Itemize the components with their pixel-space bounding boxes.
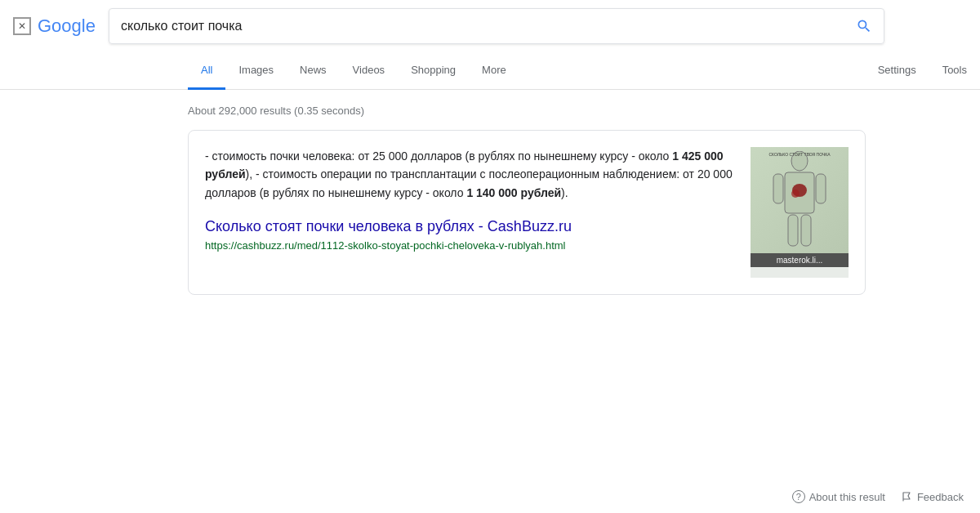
tab-settings[interactable]: Settings <box>865 52 929 90</box>
tab-news[interactable]: News <box>287 52 340 90</box>
snippet-text-1: - стоимость почки человека: от 25 000 до… <box>205 149 672 163</box>
nav-tabs: All Images News Videos Shopping More Set… <box>0 52 980 90</box>
tab-shopping[interactable]: Shopping <box>398 52 469 90</box>
svg-rect-6 <box>788 215 798 246</box>
snippet-image[interactable]: СКОЛЬКО СТОИТ ТВОЯ ПОЧКА masterok.li... <box>751 147 849 278</box>
snippet-card: - стоимость почки человека: от 25 000 до… <box>188 130 866 295</box>
snippet-url: https://cashbuzz.ru/med/1112-skolko-stoy… <box>205 239 565 252</box>
snippet-text-area: - стоимость почки человека: от 25 000 до… <box>205 147 737 278</box>
header: ✕ Google <box>0 0 980 52</box>
nav-right: Settings Tools <box>865 52 980 89</box>
snippet-body: - стоимость почки человека: от 25 000 до… <box>205 147 737 202</box>
search-button[interactable] <box>856 18 872 34</box>
tab-tools[interactable]: Tools <box>929 52 980 90</box>
results-area: About 292,000 results (0.35 seconds) - с… <box>0 90 980 316</box>
tab-images[interactable]: Images <box>225 52 287 90</box>
snippet-bold-2: 1 140 000 рублей <box>466 186 561 199</box>
svg-point-3 <box>791 190 800 198</box>
svg-rect-4 <box>773 174 783 203</box>
search-icon <box>856 18 872 34</box>
svg-rect-5 <box>816 174 826 203</box>
snippet-text-3: ). <box>561 186 568 199</box>
svg-text:СКОЛЬКО СТОИТ ТВОЯ ПОЧКА: СКОЛЬКО СТОИТ ТВОЯ ПОЧКА <box>768 152 831 157</box>
body-illustration: СКОЛЬКО СТОИТ ТВОЯ ПОЧКА <box>767 151 832 249</box>
snippet-image-label: masterok.li... <box>751 253 849 267</box>
svg-rect-7 <box>801 215 811 246</box>
tab-videos[interactable]: Videos <box>340 52 399 90</box>
results-count: About 292,000 results (0.35 seconds) <box>188 98 980 130</box>
google-logo-text: Google <box>38 16 96 37</box>
search-input[interactable] <box>121 19 856 33</box>
tab-all[interactable]: All <box>188 52 225 90</box>
snippet-image-canvas: СКОЛЬКО СТОИТ ТВОЯ ПОЧКА <box>751 147 849 253</box>
logo-area: ✕ Google <box>13 16 96 37</box>
tab-more[interactable]: More <box>469 52 519 90</box>
google-logo-icon: ✕ <box>13 17 31 35</box>
snippet-link-title[interactable]: Сколько стоят почки человека в рублях - … <box>205 218 737 235</box>
search-bar <box>109 8 884 44</box>
